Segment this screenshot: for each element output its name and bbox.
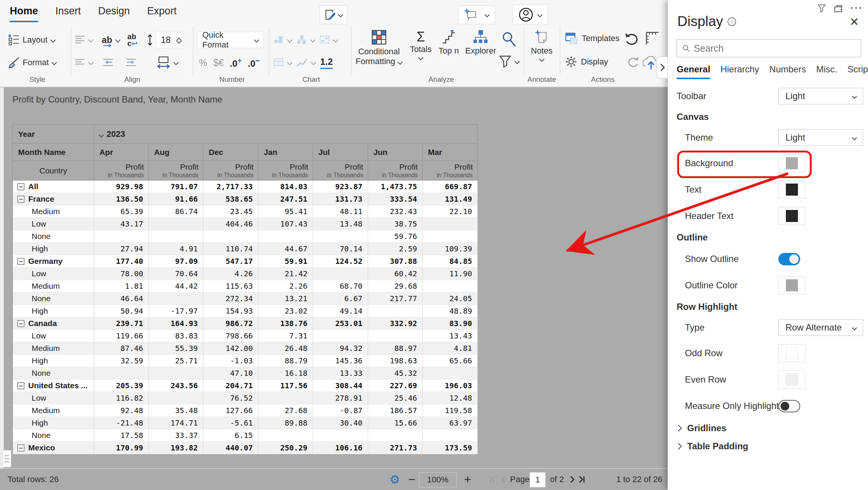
collapse-expander-icon[interactable] xyxy=(17,444,24,452)
value-cell[interactable] xyxy=(423,367,478,380)
value-cell[interactable]: 440.07 xyxy=(203,442,258,454)
value-cell[interactable]: 253.01 xyxy=(313,317,368,330)
value-cell[interactable]: 95.41 xyxy=(258,205,313,218)
value-cell[interactable]: 88.79 xyxy=(258,355,313,367)
value-cell[interactable]: 48.11 xyxy=(313,205,368,218)
value-cell[interactable]: 63.97 xyxy=(423,417,478,429)
odd-row-color-swatch[interactable] xyxy=(778,344,805,362)
toolbar-dropdown[interactable]: Light xyxy=(778,88,863,104)
value-cell[interactable]: 92.48 xyxy=(94,404,149,417)
font-size-value[interactable]: 18 xyxy=(161,35,171,45)
bar-chart-button[interactable] xyxy=(274,35,292,45)
row-label-cell[interactable]: Medium xyxy=(13,205,94,218)
undo-button[interactable] xyxy=(625,32,640,47)
value-cell[interactable]: 65.39 xyxy=(94,205,149,218)
theme-dropdown[interactable]: Light xyxy=(778,129,863,146)
value-cell[interactable]: 164.93 xyxy=(149,317,203,330)
value-cell[interactable]: 13.43 xyxy=(423,330,478,342)
close-icon[interactable]: × xyxy=(850,16,859,27)
value-cell[interactable]: 404.46 xyxy=(203,218,258,230)
templates-button[interactable]: Templates xyxy=(565,32,619,44)
prev-page-button[interactable] xyxy=(500,469,509,490)
value-cell[interactable]: 271.73 xyxy=(368,442,423,454)
value-cell[interactable]: 16.18 xyxy=(258,367,313,380)
value-cell[interactable]: 110.74 xyxy=(203,243,258,255)
measure-header[interactable]: Profitin Thousands xyxy=(258,161,313,181)
value-cell[interactable] xyxy=(149,218,203,230)
measure-header[interactable]: Profitin Thousands xyxy=(313,161,368,181)
value-cell[interactable]: 25.46 xyxy=(368,392,423,404)
value-cell[interactable] xyxy=(423,429,478,442)
collapse-expander-icon[interactable] xyxy=(17,258,24,265)
totals-button[interactable]: Σ Totals xyxy=(408,29,434,61)
value-cell[interactable]: 91.66 xyxy=(149,193,203,205)
value-cell[interactable] xyxy=(423,230,478,243)
increase-decimal-button[interactable]: .0+ xyxy=(230,57,242,69)
value-cell[interactable] xyxy=(313,230,368,243)
value-cell[interactable]: 177.40 xyxy=(94,255,149,268)
value-cell[interactable]: 109.39 xyxy=(423,243,478,255)
value-cell[interactable]: 986.72 xyxy=(203,317,258,330)
value-cell[interactable]: 30.40 xyxy=(313,417,368,429)
popout-icon[interactable] xyxy=(834,4,842,12)
row-label-cell[interactable]: Medium xyxy=(13,280,94,292)
info-icon[interactable]: i xyxy=(727,17,736,26)
value-cell[interactable]: 27.68 xyxy=(258,404,313,417)
value-cell[interactable] xyxy=(149,230,203,243)
value-cell[interactable]: 44.67 xyxy=(258,243,313,255)
value-cell[interactable] xyxy=(94,230,149,243)
row-label-cell[interactable]: Low xyxy=(13,218,94,230)
decimal-format-button[interactable]: 1.2 xyxy=(320,57,333,69)
value-cell[interactable]: 2,717.33 xyxy=(203,181,258,193)
indent-decrease-button[interactable] xyxy=(102,58,114,67)
value-cell[interactable]: 2.59 xyxy=(368,243,423,255)
value-cell[interactable]: 94.32 xyxy=(313,342,368,355)
value-cell[interactable]: 70.14 xyxy=(313,243,368,255)
row-label-cell[interactable]: Canada xyxy=(13,317,94,330)
measure-header[interactable]: Profitin Thousands xyxy=(149,161,203,181)
decrease-decimal-button[interactable]: .0− xyxy=(248,57,260,69)
year-value-cell[interactable]: 2023 xyxy=(94,125,478,144)
value-cell[interactable]: 4.81 xyxy=(423,342,478,355)
value-cell[interactable]: 119.58 xyxy=(423,404,478,417)
value-cell[interactable]: 127.66 xyxy=(203,404,258,417)
value-cell[interactable]: 814.03 xyxy=(258,181,313,193)
value-cell[interactable]: 86.74 xyxy=(149,205,203,218)
value-cell[interactable]: 13.48 xyxy=(313,218,368,230)
value-cell[interactable] xyxy=(368,330,423,342)
row-label-cell[interactable]: United States ... xyxy=(13,380,94,392)
row-label-cell[interactable]: Mexico xyxy=(13,442,94,454)
row-label-cell[interactable]: High xyxy=(13,305,94,317)
value-cell[interactable]: 138.76 xyxy=(258,317,313,330)
row-label-cell[interactable]: None xyxy=(13,292,94,305)
value-cell[interactable] xyxy=(149,367,203,380)
value-cell[interactable]: 50.94 xyxy=(94,305,149,317)
value-cell[interactable]: 84.85 xyxy=(423,255,478,268)
panel-tab-scripting[interactable]: Scripting xyxy=(847,64,868,79)
value-cell[interactable]: -21.48 xyxy=(94,417,149,429)
filter-button[interactable] xyxy=(499,55,520,68)
row-label-cell[interactable]: Medium xyxy=(13,342,94,355)
value-cell[interactable]: 78.00 xyxy=(94,268,149,280)
value-cell[interactable] xyxy=(313,429,368,442)
value-cell[interactable] xyxy=(149,292,203,305)
value-cell[interactable]: 38.75 xyxy=(368,218,423,230)
background-color-swatch[interactable] xyxy=(778,154,805,172)
value-cell[interactable]: 204.71 xyxy=(203,380,258,392)
row-label-cell[interactable]: Low xyxy=(13,392,94,404)
layout-button[interactable]: Layout xyxy=(8,34,55,46)
collapse-expander-icon[interactable] xyxy=(17,196,24,203)
format-button[interactable]: Format xyxy=(8,57,57,68)
value-cell[interactable]: -0.87 xyxy=(313,404,368,417)
settings-gear-button[interactable]: ⚙ xyxy=(390,469,400,490)
month-column-header[interactable]: Mar xyxy=(423,144,478,161)
value-cell[interactable]: 32.59 xyxy=(94,355,149,367)
indent-increase-button[interactable] xyxy=(125,58,137,67)
value-cell[interactable]: 547.17 xyxy=(203,255,258,268)
table-drag-handle[interactable] xyxy=(2,450,11,467)
redo-button[interactable] xyxy=(625,55,639,69)
value-cell[interactable]: 83.90 xyxy=(423,317,478,330)
value-cell[interactable]: 47.10 xyxy=(203,367,258,380)
value-cell[interactable]: 227.69 xyxy=(368,380,423,392)
layout-chart-button[interactable] xyxy=(319,35,338,45)
